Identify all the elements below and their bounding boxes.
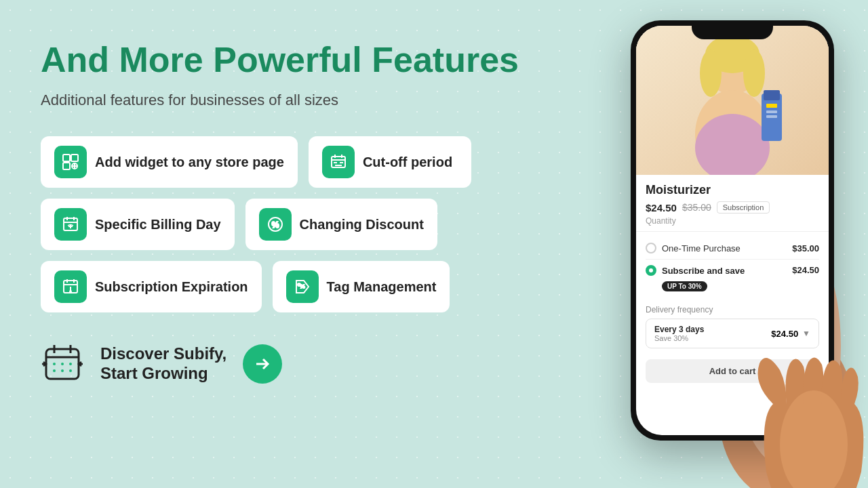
subscribe-price: $24.50 <box>792 265 819 275</box>
cutoff-icon <box>322 146 355 178</box>
svg-rect-48 <box>764 90 780 100</box>
feature-subscription-expiration-label: Subscription Expiration <box>95 279 248 295</box>
feature-cut-off: Cut-off period <box>309 136 471 188</box>
one-time-label: One-Time Purchase <box>662 243 741 253</box>
widget-icon <box>54 146 87 178</box>
features-row-1: Add widget to any store page Cut-off per… <box>41 136 529 188</box>
discount-icon: % <box>259 208 292 241</box>
svg-text:%: % <box>300 283 304 289</box>
svg-text:%: % <box>271 220 279 230</box>
svg-point-44 <box>743 49 765 97</box>
subscription-badge: Subscription <box>717 201 770 214</box>
svg-point-31 <box>61 363 64 365</box>
svg-point-43 <box>700 49 722 97</box>
price-current: $24.50 <box>646 202 677 214</box>
billing-icon <box>54 208 87 241</box>
feature-add-widget-label: Add widget to any store page <box>95 155 284 170</box>
feature-cut-off-label: Cut-off period <box>363 155 452 170</box>
purchase-options: One-Time Purchase $35.00 Subscribe and s… <box>636 232 829 300</box>
phone-notch <box>692 20 773 39</box>
svg-rect-49 <box>766 104 777 108</box>
product-image <box>636 26 829 175</box>
svg-point-23 <box>70 291 71 292</box>
svg-rect-2 <box>63 163 70 169</box>
delivery-save: Save 30% <box>654 334 704 342</box>
product-name: Moisturizer <box>646 183 819 197</box>
svg-point-32 <box>69 363 72 365</box>
feature-add-widget: Add widget to any store page <box>41 136 298 188</box>
delivery-section: Delivery frequency Every 3 days Save 30%… <box>636 300 829 354</box>
page-title: And More Powerful Features <box>41 41 529 79</box>
feature-changing-discount-label: Changing Discount <box>300 217 424 232</box>
cta-arrow-button[interactable] <box>243 344 282 384</box>
delivery-label: Delivery frequency <box>646 305 819 314</box>
one-time-price: $35.00 <box>792 243 819 253</box>
phone-container: Moisturizer $24.50 $35.00 Subscription Q… <box>624 20 841 454</box>
product-info: Moisturizer $24.50 $35.00 Subscription Q… <box>636 175 829 232</box>
add-to-cart-button[interactable]: Add to cart <box>646 359 819 383</box>
cta-text: Discover Subify, Start Growing <box>100 344 226 384</box>
svg-point-30 <box>53 363 56 365</box>
discount-badge: UP To 30% <box>662 281 707 291</box>
phone-frame: Moisturizer $24.50 $35.00 Subscription Q… <box>631 20 834 441</box>
page-subtitle: Additional features for businesses of al… <box>41 92 529 109</box>
phone-screen: Moisturizer $24.50 $35.00 Subscription Q… <box>636 26 829 435</box>
svg-rect-1 <box>71 155 78 161</box>
expiration-icon <box>54 270 87 303</box>
quantity-label: Quantity <box>646 216 819 226</box>
features-row-3: Subscription Expiration % Tag Management <box>41 261 529 312</box>
cta-calendar-icon <box>41 342 84 386</box>
tag-icon: % <box>286 270 319 303</box>
feature-billing-day-label: Specific Billing Day <box>95 217 221 232</box>
delivery-selector[interactable]: Every 3 days Save 30% $24.50 ▼ <box>646 319 819 348</box>
features-grid: Add widget to any store page Cut-off per… <box>41 136 529 312</box>
svg-rect-50 <box>766 110 777 113</box>
subscribe-radio[interactable] <box>646 265 656 276</box>
feature-tag-management-label: Tag Management <box>327 279 437 295</box>
cta-section: Discover Subify, Start Growing <box>41 342 529 386</box>
one-time-radio[interactable] <box>646 243 656 253</box>
subscribe-section: Subscribe and save $24.50 UP To 30% <box>646 260 819 294</box>
feature-billing-day: Specific Billing Day <box>41 199 235 250</box>
price-original: $35.00 <box>682 202 711 213</box>
feature-changing-discount: % Changing Discount <box>245 199 437 250</box>
features-row-2: Specific Billing Day % Changing Discount <box>41 199 529 250</box>
svg-rect-0 <box>63 155 70 161</box>
svg-point-34 <box>61 369 64 372</box>
feature-subscription-expiration: Subscription Expiration <box>41 261 262 312</box>
delivery-frequency: Every 3 days <box>654 325 704 334</box>
svg-point-33 <box>53 369 56 372</box>
delivery-price: $24.50 <box>771 329 798 339</box>
svg-rect-51 <box>766 115 777 118</box>
chevron-down-icon: ▼ <box>802 329 810 338</box>
subscribe-label: Subscribe and save <box>662 266 745 276</box>
svg-point-35 <box>69 369 72 372</box>
feature-tag-management: % Tag Management <box>273 261 450 312</box>
one-time-option[interactable]: One-Time Purchase $35.00 <box>646 237 819 260</box>
